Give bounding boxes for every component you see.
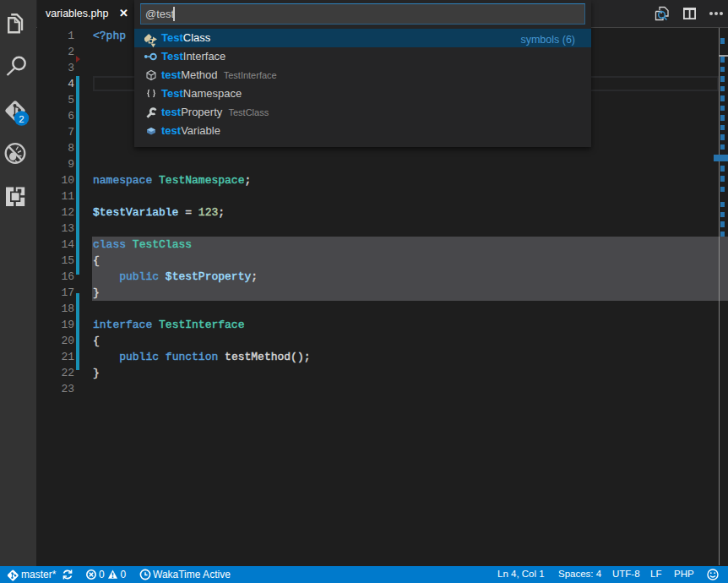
svg-text:2: 2 xyxy=(19,114,24,124)
